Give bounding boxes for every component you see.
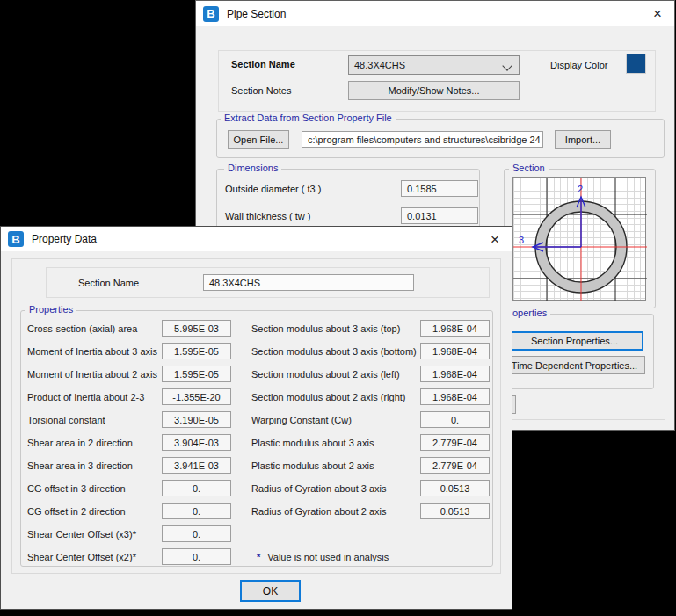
property-label: Torsional constant xyxy=(27,415,162,425)
chevron-down-icon xyxy=(502,61,512,70)
pipe-section-title: Pipe Section xyxy=(227,8,648,20)
property-label: Radius of Gyration about 2 axis xyxy=(251,506,420,517)
property-row: CG offset in 3 direction 0. Radius of Gy… xyxy=(27,480,490,496)
close-icon[interactable]: × xyxy=(648,4,667,23)
close-icon[interactable]: × xyxy=(485,230,505,249)
property-value: 0.0513 xyxy=(420,503,490,519)
wall-thickness-field[interactable]: 0.0131 xyxy=(401,207,478,224)
property-row: Cross-section (axial) area 5.995E-03 Sec… xyxy=(27,320,490,337)
property-label: Section modulus about 2 axis (right) xyxy=(251,392,420,402)
wall-thickness-label: Wall thickness ( tw ) xyxy=(225,211,310,221)
pipe-cross-section-drawing: 2 3 xyxy=(513,178,647,301)
property-value: 0.0513 xyxy=(420,480,490,496)
property-value: 1.968E-04 xyxy=(420,320,490,337)
import-button[interactable]: Import... xyxy=(555,130,611,149)
property-row: Shear area in 2 direction 3.904E-03 Plas… xyxy=(27,434,490,451)
property-value: 1.968E-04 xyxy=(420,388,490,405)
time-dependent-properties-button[interactable]: Time Dependent Properties... xyxy=(504,356,645,374)
outside-diameter-field[interactable]: 0.1585 xyxy=(401,180,478,197)
property-label: Moment of Inertia about 3 axis xyxy=(27,346,162,357)
property-label: Section modulus about 3 axis (bottom) xyxy=(251,346,420,357)
property-row: Product of Inertia about 2-3 -1.355E-20 … xyxy=(27,388,490,405)
property-value: 0. xyxy=(420,411,490,428)
property-label: CG offset in 2 direction xyxy=(27,506,162,517)
app-logo-icon: B xyxy=(203,6,219,22)
section-preview: 2 3 xyxy=(512,177,646,301)
property-row: CG offset in 2 direction 0. Radius of Gy… xyxy=(27,503,490,519)
property-value: 3.904E-03 xyxy=(162,434,231,451)
property-value: 1.968E-04 xyxy=(420,366,490,382)
property-label: Section modulus about 3 axis (top) xyxy=(251,323,420,334)
property-value: 1.595E-05 xyxy=(162,366,231,382)
property-value: 1.968E-04 xyxy=(420,343,490,359)
property-label: Section modulus about 2 axis (left) xyxy=(251,369,420,380)
property-row: Torsional constant 3.190E-05 Warping Con… xyxy=(27,411,490,428)
footnote-asterisk: * xyxy=(257,552,260,562)
property-label: Shear area in 3 direction xyxy=(27,460,162,471)
property-value: 3.941E-03 xyxy=(162,457,231,474)
property-label: CG offset in 3 direction xyxy=(27,483,162,494)
pipe-properties-group: Properties xyxy=(493,314,654,389)
ok-button[interactable]: OK xyxy=(240,580,301,602)
property-value: 0. xyxy=(162,525,231,542)
section-notes-label: Section Notes xyxy=(231,85,291,96)
display-color-swatch[interactable] xyxy=(626,54,646,74)
property-row: Shear Center Offset (x2)* 0. * Value is … xyxy=(27,548,490,565)
property-row: Shear area in 3 direction 3.941E-03 Plas… xyxy=(27,457,490,474)
section-preview-group-label: Section xyxy=(509,163,549,173)
outside-diameter-label: Outside diameter ( t3 ) xyxy=(225,184,321,194)
property-value: 0. xyxy=(162,480,231,496)
property-label: Shear Center Offset (x3)* xyxy=(27,529,162,540)
property-data-title: Property Data xyxy=(32,233,485,245)
property-row: Moment of Inertia about 3 axis 1.595E-05… xyxy=(27,343,490,359)
property-label: Plastic modulus about 2 axis xyxy=(251,460,420,471)
property-value: 2.779E-04 xyxy=(420,457,490,474)
footnote-text: Value is not used in analysis xyxy=(267,552,389,562)
extract-data-group-label: Extract Data from Section Property File xyxy=(221,112,396,123)
property-data-dialog: B Property Data × Section Name 48.3X4CHS… xyxy=(0,226,512,610)
property-row: Moment of Inertia about 2 axis 1.595E-05… xyxy=(27,366,490,382)
property-label: Warping Constant (Cw) xyxy=(251,415,420,425)
section-name-dropdown[interactable]: 48.3X4CHS xyxy=(348,55,520,75)
property-row: Shear Center Offset (x3)* 0. xyxy=(27,525,490,542)
property-value: 1.595E-05 xyxy=(162,343,231,359)
property-label: Cross-section (axial) area xyxy=(27,323,162,334)
open-file-button[interactable]: Open File... xyxy=(228,130,289,149)
property-label: Shear Center Offset (x2)* xyxy=(27,552,162,562)
display-color-label: Display Color xyxy=(550,60,607,70)
property-label: Shear area in 2 direction xyxy=(27,438,162,448)
properties-rows: Cross-section (axial) area 5.995E-03 Sec… xyxy=(27,320,490,571)
property-value: 5.995E-03 xyxy=(162,320,231,337)
section-name-label: Section Name xyxy=(78,278,139,288)
property-label: Radius of Gyration about 3 axis xyxy=(251,483,420,494)
modify-show-notes-button[interactable]: Modify/Show Notes... xyxy=(348,81,520,100)
footnote: * Value is not used in analysis xyxy=(251,552,389,562)
property-value: 3.190E-05 xyxy=(162,411,231,428)
app-logo-icon: B xyxy=(8,231,24,247)
property-value: -1.355E-20 xyxy=(162,388,231,405)
property-value: 0. xyxy=(162,503,231,519)
section-name-field[interactable]: 48.3X4CHS xyxy=(203,274,414,291)
property-value: 2.779E-04 xyxy=(420,434,490,451)
property-value: 0. xyxy=(162,548,231,565)
dimensions-group-label: Dimensions xyxy=(224,163,281,173)
property-label: Plastic modulus about 3 axis xyxy=(251,438,420,448)
axis-3-label: 3 xyxy=(519,235,524,245)
section-name-selected: 48.3X4CHS xyxy=(354,60,405,70)
property-label: Product of Inertia about 2-3 xyxy=(27,392,162,402)
section-properties-button[interactable]: Section Properties... xyxy=(505,331,643,351)
file-path-field[interactable]: c:\program files\computers and structure… xyxy=(302,131,543,148)
property-data-titlebar: B Property Data × xyxy=(1,227,512,251)
section-name-label: Section Name xyxy=(231,59,295,69)
pipe-section-titlebar: B Pipe Section × xyxy=(196,1,674,26)
axis-2-label: 2 xyxy=(578,184,583,194)
property-label: Moment of Inertia about 2 axis xyxy=(27,369,162,380)
properties-group-label: Properties xyxy=(25,304,76,315)
